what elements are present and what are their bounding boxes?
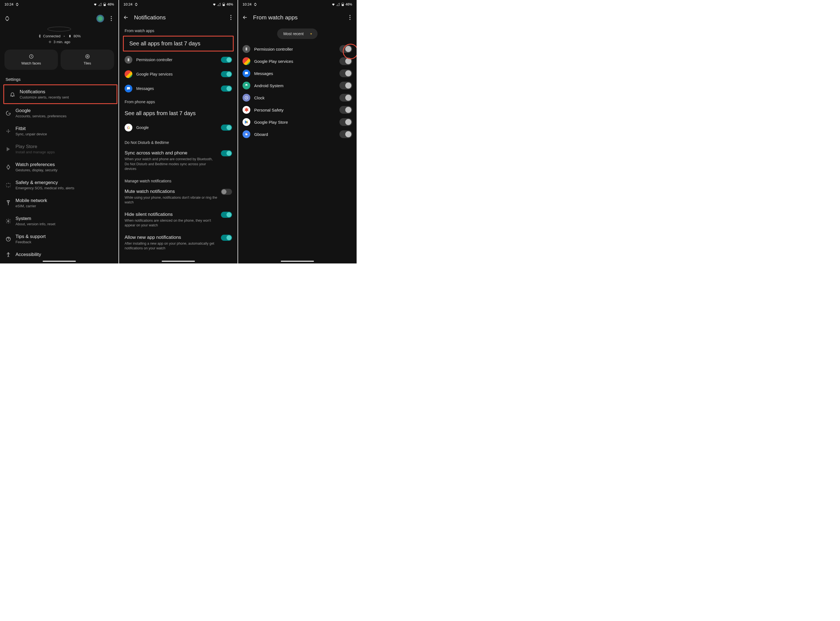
pref-sync[interactable]: Sync across watch and phone When your wa… xyxy=(119,147,238,175)
app-icon xyxy=(243,45,250,53)
watch-faces-chip[interactable]: Watch faces xyxy=(5,50,58,70)
app-toggle[interactable] xyxy=(221,57,232,63)
app-toggle[interactable] xyxy=(340,130,352,138)
app-row-gboard[interactable]: Gboard xyxy=(238,128,356,140)
settings-item-system[interactable]: System About, version info, reset xyxy=(0,212,118,230)
svg-point-33 xyxy=(247,85,247,85)
status-bar: 10:24 46% xyxy=(238,0,356,9)
allow-toggle[interactable] xyxy=(221,235,232,241)
tiles-label: Tiles xyxy=(83,61,91,65)
settings-item-google[interactable]: Google Accounts, services, preferences xyxy=(0,104,118,122)
watch-icon xyxy=(253,3,257,6)
nav-handle[interactable] xyxy=(42,261,76,262)
antenna-icon xyxy=(6,200,11,206)
tiles-icon xyxy=(85,54,90,59)
settings-item-safety[interactable]: Safety & emergency Emergency SOS, medica… xyxy=(0,176,118,194)
play-icon xyxy=(6,146,11,152)
back-button[interactable] xyxy=(123,14,129,20)
pref-mute[interactable]: Mute watch notifications While using you… xyxy=(119,185,238,208)
page-title: Notifications xyxy=(134,14,223,21)
profile-avatar[interactable] xyxy=(96,14,105,23)
app-toggle[interactable] xyxy=(221,124,232,130)
svg-point-32 xyxy=(246,85,246,85)
sync-toggle[interactable] xyxy=(221,150,232,156)
app-icon xyxy=(124,70,132,78)
watch-outline-icon[interactable] xyxy=(5,16,10,21)
app-row-google-play-services[interactable]: Google Play services xyxy=(119,67,238,81)
hide-toggle[interactable] xyxy=(221,212,232,218)
app-toggle[interactable] xyxy=(221,85,232,92)
svg-rect-31 xyxy=(246,48,247,51)
app-row-google-play-store[interactable]: Google Play Store xyxy=(238,116,356,128)
app-icon xyxy=(243,94,250,101)
panel-from-watch-apps: 10:24 46% From watch apps Most recent ▼ … xyxy=(238,0,356,264)
app-row-google[interactable]: G Google xyxy=(119,120,238,135)
app-row-messages[interactable]: Messages xyxy=(238,67,356,79)
settings-item-mobile-network[interactable]: Mobile network eSIM, carrier xyxy=(0,194,118,212)
svg-point-9 xyxy=(50,41,50,41)
battery-small-icon xyxy=(68,34,72,38)
filter-dropdown[interactable]: Most recent ▼ xyxy=(277,29,317,39)
settings-item-fitbit[interactable]: Fitbit Sync, unpair device xyxy=(0,122,118,140)
see-all-watch-apps-link[interactable]: See all apps from last 7 days xyxy=(124,36,233,51)
nav-handle[interactable] xyxy=(162,261,195,262)
item-title: Notifications xyxy=(20,89,69,95)
app-row-google-play-services[interactable]: Google Play services xyxy=(238,55,356,67)
connected-label: Connected xyxy=(43,34,61,38)
svg-point-18 xyxy=(8,132,9,133)
fitbit-icon xyxy=(6,129,11,134)
app-toggle[interactable] xyxy=(340,94,352,101)
settings-item-play-store[interactable]: Play Store Install and manage apps xyxy=(0,140,118,158)
watch-icon xyxy=(15,3,19,6)
app-row-permission-controller[interactable]: Permission controller xyxy=(238,43,356,55)
svg-rect-30 xyxy=(342,5,344,6)
svg-point-24 xyxy=(135,3,137,5)
watch-graphic xyxy=(0,26,118,34)
svg-point-17 xyxy=(8,129,9,130)
app-icon xyxy=(243,118,250,126)
app-row-personal-safety[interactable]: ✱ Personal Safety xyxy=(238,104,356,116)
google-icon xyxy=(6,111,11,116)
app-toggle[interactable] xyxy=(340,70,352,77)
pref-hide-silent[interactable]: Hide silent notifications When notificat… xyxy=(119,208,238,231)
watch-faces-label: Watch faces xyxy=(21,61,41,65)
nav-handle[interactable] xyxy=(281,261,314,262)
mute-toggle[interactable] xyxy=(221,189,232,195)
app-toggle[interactable] xyxy=(340,118,352,126)
app-toggle[interactable] xyxy=(340,82,352,89)
app-toggle[interactable] xyxy=(340,45,352,53)
app-row-android-system[interactable]: Android System xyxy=(238,79,356,92)
settings-item-watch-preferences[interactable]: Watch preferences Gestures, display, sec… xyxy=(0,158,118,176)
tiles-chip[interactable]: Tiles xyxy=(61,50,114,70)
battery-icon xyxy=(103,3,106,6)
app-row-messages[interactable]: Messages xyxy=(119,81,238,96)
back-button[interactable] xyxy=(242,14,248,20)
subheader-dnd: Do Not Disturb & Bedtime xyxy=(119,135,238,147)
settings-header: Settings xyxy=(0,75,118,85)
svg-point-0 xyxy=(16,3,18,5)
svg-rect-26 xyxy=(223,5,224,6)
help-icon xyxy=(6,236,11,242)
settings-item-accessibility[interactable]: Accessibility xyxy=(0,248,118,261)
watch-status: Connected 80% 3 min. ago xyxy=(0,34,118,50)
settings-item-tips[interactable]: Tips & support Feedback xyxy=(0,230,118,248)
overflow-menu-button[interactable] xyxy=(347,15,353,20)
overflow-menu-button[interactable] xyxy=(228,15,234,20)
app-icon xyxy=(243,57,250,65)
app-icon: G xyxy=(124,124,132,132)
svg-point-4 xyxy=(48,27,71,31)
app-row-clock[interactable]: Clock xyxy=(238,92,356,104)
svg-point-13 xyxy=(86,56,88,57)
see-all-phone-apps-link[interactable]: See all apps from last 7 days xyxy=(119,106,238,120)
bell-icon xyxy=(10,92,15,97)
watch-icon xyxy=(6,164,11,170)
app-toggle[interactable] xyxy=(340,106,352,114)
overflow-menu-button[interactable] xyxy=(109,16,114,21)
app-toggle[interactable] xyxy=(221,71,232,77)
app-row-permission-controller[interactable]: Permission controller xyxy=(119,53,238,67)
svg-rect-5 xyxy=(70,35,71,37)
app-toggle[interactable] xyxy=(340,57,352,65)
app-icon xyxy=(243,70,250,77)
settings-item-notifications[interactable]: Notifications Customize alerts, recently… xyxy=(4,85,117,103)
pref-allow-new[interactable]: Allow new app notifications After instal… xyxy=(119,231,238,254)
